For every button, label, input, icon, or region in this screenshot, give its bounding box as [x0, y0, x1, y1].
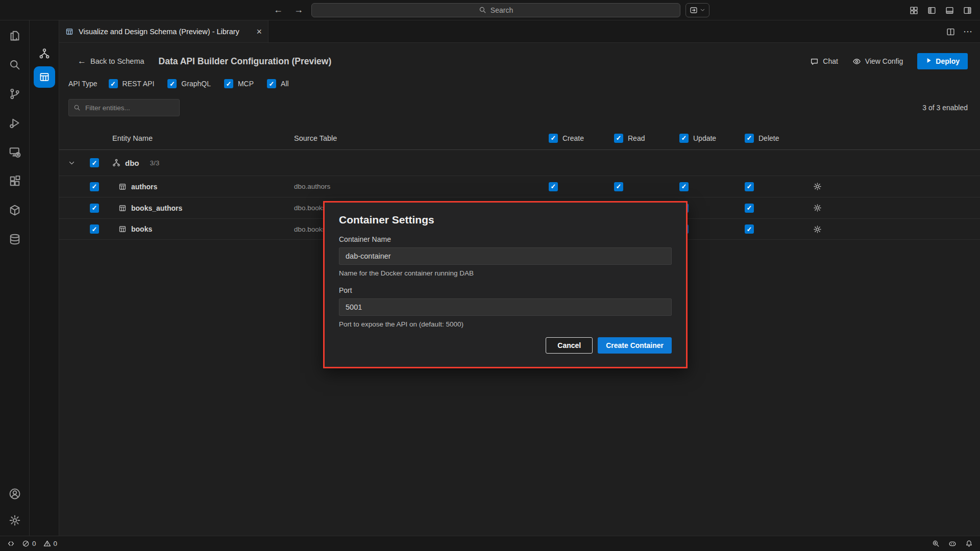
chat-icon [810, 57, 819, 66]
update-header-label: Update [693, 134, 716, 142]
source-table-header: Source Table [294, 134, 549, 142]
chat-label: Chat [823, 57, 838, 65]
remote-indicator-icon[interactable] [7, 540, 15, 547]
delete-column-header: Delete [745, 134, 802, 143]
table-icon [118, 183, 127, 191]
status-bar: 0 0 [0, 536, 980, 551]
editor-actions: ⋯ [946, 20, 973, 43]
zoom-icon[interactable] [932, 540, 940, 547]
run-debug-icon[interactable] [9, 117, 21, 129]
books-authors-enable-checkbox[interactable] [90, 204, 99, 213]
create-container-button[interactable]: Create Container [598, 337, 672, 354]
toggle-panel-icon[interactable] [945, 6, 954, 15]
errors-indicator[interactable]: 0 [22, 540, 36, 547]
schema-branch-icon [112, 159, 120, 167]
toggle-sidebar-icon[interactable] [927, 6, 936, 15]
deploy-button[interactable]: Deploy [917, 53, 968, 69]
table-row-authors: authors dbo.authors [59, 176, 980, 197]
account-icon[interactable] [9, 488, 21, 500]
filter-entities-input[interactable] [84, 104, 175, 112]
error-icon [22, 540, 30, 547]
search-view-icon[interactable] [9, 59, 21, 71]
enabled-summary: 3 of 3 enabled [922, 104, 968, 112]
update-column-header: Update [679, 134, 745, 143]
collapse-chevron-icon[interactable] [59, 160, 90, 166]
all-checkbox[interactable] [267, 79, 276, 88]
dialog-buttons: Cancel Create Container [339, 337, 672, 354]
data-api-builder-tab[interactable] [34, 66, 55, 88]
books-authors-settings-gear-icon[interactable] [802, 204, 832, 212]
books-delete-checkbox[interactable] [745, 224, 754, 234]
api-type-mcp[interactable]: MCP [224, 79, 254, 88]
extensions-icon[interactable] [9, 175, 21, 187]
toggle-secondary-sidebar-icon[interactable] [963, 6, 972, 15]
tab-close-icon[interactable]: × [256, 27, 262, 36]
graphql-checkbox[interactable] [167, 79, 177, 88]
command-center-search[interactable]: Search [311, 3, 680, 17]
schema-graph-icon[interactable] [39, 48, 50, 59]
tab-visualize-design-schema[interactable]: Visualize and Design Schema (Preview) - … [59, 20, 268, 42]
authors-read-checkbox[interactable] [614, 182, 623, 191]
back-to-schema-link[interactable]: ← Back to Schema [78, 56, 144, 66]
authors-update-checkbox[interactable] [679, 182, 689, 191]
database-view-icon[interactable] [9, 233, 21, 245]
copilot-session-dropdown[interactable] [685, 3, 709, 17]
container-name-input[interactable] [339, 247, 672, 265]
authors-enable-checkbox[interactable] [90, 182, 99, 191]
container-name-help: Name for the Docker container running DA… [339, 269, 672, 277]
dialog-title: Container Settings [339, 214, 672, 226]
copilot-window-icon [690, 6, 698, 14]
notifications-bell-icon[interactable] [965, 540, 973, 547]
authors-create-checkbox[interactable] [549, 182, 558, 191]
history-forward-button[interactable]: → [291, 4, 306, 16]
page-title: Data API Builder Configuration (Preview) [159, 56, 332, 67]
mcp-checkbox[interactable] [224, 79, 233, 88]
table-icon [118, 225, 127, 233]
read-header-label: Read [628, 134, 645, 142]
dbo-group-checkbox[interactable] [90, 158, 99, 167]
source-control-icon[interactable] [9, 88, 21, 100]
view-config-button[interactable]: View Config [852, 57, 903, 66]
api-type-graphql[interactable]: GraphQL [167, 79, 211, 88]
warnings-indicator[interactable]: 0 [43, 540, 58, 547]
customize-layout-icon[interactable] [910, 6, 918, 15]
remote-explorer-icon[interactable] [9, 146, 21, 158]
create-all-checkbox[interactable] [549, 134, 558, 143]
back-arrow-icon: ← [78, 56, 86, 66]
authors-settings-gear-icon[interactable] [802, 182, 832, 191]
books-enable-checkbox[interactable] [90, 224, 99, 234]
rest-api-checkbox[interactable] [109, 79, 118, 88]
explorer-icon[interactable] [9, 30, 21, 42]
cancel-button[interactable]: Cancel [546, 337, 593, 354]
delete-all-checkbox[interactable] [745, 134, 754, 143]
containers-cube-icon[interactable] [9, 204, 21, 216]
more-actions-icon[interactable]: ⋯ [963, 26, 973, 37]
designer-side-panel [30, 20, 59, 536]
activity-bar [0, 20, 30, 536]
authors-delete-checkbox[interactable] [745, 182, 754, 191]
vscode-window: ← → Search [0, 0, 980, 551]
source-table-value: dbo.authors [294, 183, 549, 190]
search-icon [479, 6, 486, 14]
group-name: dbo [125, 159, 139, 167]
status-bar-right [932, 540, 973, 548]
books-authors-name-cell: books_authors [112, 204, 294, 212]
authors-name-cell: authors [112, 183, 294, 191]
api-type-rest[interactable]: REST API [109, 79, 155, 88]
books-name-cell: books [112, 225, 294, 233]
settings-gear-icon[interactable] [9, 514, 21, 527]
update-all-checkbox[interactable] [679, 134, 689, 143]
table-header-row: Entity Name Source Table Create Read [59, 127, 980, 150]
graphql-label: GraphQL [181, 80, 211, 88]
api-type-all[interactable]: All [267, 79, 289, 88]
copilot-status-icon[interactable] [948, 540, 957, 548]
read-all-checkbox[interactable] [614, 134, 623, 143]
books-authors-delete-checkbox[interactable] [745, 204, 754, 213]
chat-button[interactable]: Chat [810, 57, 838, 66]
chevron-down-icon [700, 7, 705, 13]
split-editor-icon[interactable] [946, 28, 955, 36]
port-input[interactable] [339, 298, 672, 316]
history-back-button[interactable]: ← [271, 4, 286, 16]
books-settings-gear-icon[interactable] [802, 225, 832, 234]
play-icon [925, 57, 932, 65]
